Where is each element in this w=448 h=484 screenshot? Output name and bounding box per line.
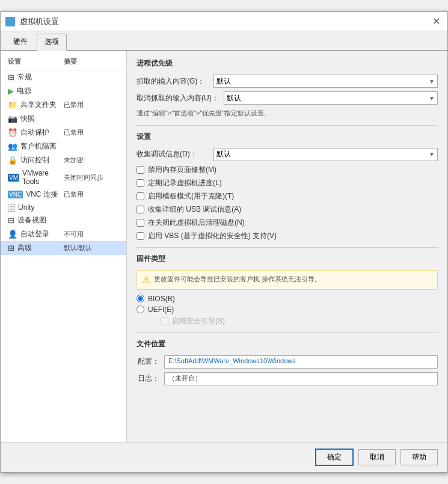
checkbox-clean-disk: 在关闭此虚拟机后清理磁盘(N) [137, 218, 438, 228]
checkbox-template-mode-label: 启用模板模式(用于克隆)(T) [148, 191, 234, 201]
debug-row: 收集调试信息(D)： 默认 ▼ [137, 148, 438, 161]
radio-bios-input[interactable] [137, 295, 144, 302]
list-item-vmware-tools[interactable]: VM VMware Tools 关闭时间同步 [1, 167, 126, 188]
checkbox-collect-usb-input[interactable] [137, 206, 144, 213]
warning-icon: ⚠ [142, 274, 150, 286]
tab-bar: 硬件 选项 [1, 31, 447, 51]
panel-header: 设置 摘要 [1, 56, 126, 70]
list-item-shared-folder[interactable]: 📁 共享文件夹 已禁用 [1, 98, 126, 112]
snapshot-label: 快照 [20, 114, 35, 124]
grab-select[interactable]: 默认 ▼ [213, 75, 438, 88]
list-item-auto-protect[interactable]: ⏰ 自动保护 已禁用 [1, 126, 126, 139]
content-area: 设置 摘要 ⊞ 常规 ▶ 电源 📁 共 [1, 51, 447, 442]
auto-login-icon: 👤 [8, 230, 17, 239]
checkbox-clean-disk-input[interactable] [137, 219, 144, 227]
divider-1 [137, 125, 438, 126]
config-label: 配置： [137, 357, 159, 367]
section-settings-title: 设置 [137, 132, 438, 143]
shared-folder-icon: 📁 [8, 100, 17, 109]
section-firmware-title: 固件类型 [137, 254, 438, 265]
log-input: （未开启） [164, 372, 438, 385]
grab-select-arrow: ▼ [429, 78, 435, 85]
debug-select[interactable]: 默认 ▼ [213, 148, 438, 161]
checkbox-group: 禁用内存页面修整(M) 定期记录虚拟机进度(L) 启用模板模式(用于克隆)(T)… [137, 165, 438, 241]
checkbox-template-mode-input[interactable] [137, 192, 144, 200]
access-control-icon: 🔒 [8, 156, 17, 165]
grab-row: 抓取的输入内容(G)： 默认 ▼ [137, 75, 438, 88]
auto-protect-label: 自动保护 [20, 127, 49, 138]
tab-hardware[interactable]: 硬件 [5, 34, 35, 50]
list-item-power[interactable]: ▶ 电源 [1, 84, 126, 98]
checkbox-template-mode: 启用模板模式(用于克隆)(T) [137, 191, 438, 201]
ok-button[interactable]: 确定 [315, 449, 354, 466]
list-item-normal[interactable]: ⊞ 常规 [1, 70, 126, 84]
bottom-bar: 确定 取消 帮助 [1, 442, 447, 472]
vmware-tools-label: VMware Tools [22, 169, 64, 186]
power-icon: ▶ [8, 87, 14, 96]
list-item-vnc[interactable]: VNC VNC 连接 已禁用 [1, 188, 126, 201]
radio-uefi-label: UEFI(E) [148, 305, 174, 314]
advanced-label: 高级 [17, 243, 32, 253]
unity-icon: □ [8, 204, 15, 212]
file-section: 文件位置 配置： E:\SoftAdd\WMWare_Windows10\Win… [137, 332, 438, 385]
list-item-access-control[interactable]: 🔒 访问控制 未加密 [1, 153, 126, 167]
auto-login-value: 不可用 [64, 230, 120, 239]
auto-protect-value: 已禁用 [64, 128, 120, 137]
help-button[interactable]: 帮助 [400, 449, 438, 465]
normal-label: 常规 [17, 72, 32, 82]
divider-3 [137, 332, 438, 333]
cancel-button[interactable]: 取消 [358, 449, 396, 465]
right-panel: 进程优先级 抓取的输入内容(G)： 默认 ▼ 取消抓取的输入内容(U)： 默认 … [127, 51, 447, 442]
section-process-title: 进程优先级 [137, 58, 438, 70]
release-row: 取消抓取的输入内容(U)： 默认 ▼ [137, 91, 438, 105]
radio-uefi: UEFI(E) [137, 305, 438, 314]
dialog: 虚拟机设置 ✕ 硬件 选项 设置 摘要 ⊞ 常规 ▶ [0, 11, 448, 473]
tab-options[interactable]: 选项 [37, 34, 67, 51]
config-row: 配置： E:\SoftAdd\WMWare_Windows10\Windows [137, 355, 438, 369]
checkbox-vbs-input[interactable] [137, 232, 144, 240]
radio-uefi-input[interactable] [137, 305, 144, 313]
secure-boot-row: 启用安全引导(S) [149, 316, 438, 326]
list-item-auto-login[interactable]: 👤 自动登录 不可用 [1, 227, 126, 241]
power-label: 电源 [17, 86, 31, 96]
secure-boot-label: 启用安全引导(S) [172, 316, 225, 326]
section-file-title: 文件位置 [137, 339, 438, 351]
checkbox-record-progress-label: 定期记录虚拟机进度(L) [148, 178, 222, 188]
vnc-icon: VNC [8, 191, 23, 198]
access-control-label: 访问控制 [20, 155, 49, 165]
title-bar: 虚拟机设置 ✕ [1, 12, 447, 31]
secure-boot-checkbox[interactable] [161, 317, 168, 325]
radio-bios-label: BIOS(B) [148, 295, 175, 303]
warning-text: 更改固件可能会导致已安装的客户机 操作系统无法引导。 [154, 274, 321, 284]
checkbox-vbs: 启用 VBS (基于虚拟化的安全性) 支持(V) [137, 231, 438, 241]
close-button[interactable]: ✕ [430, 16, 443, 27]
shared-folder-value: 已禁用 [64, 100, 120, 109]
list-item-advanced[interactable]: ⊞ 高级 默认/默认 [1, 241, 126, 255]
auto-protect-icon: ⏰ [8, 128, 17, 137]
list-item-snapshot[interactable]: 📷 快照 [1, 112, 126, 126]
release-select-arrow: ▼ [429, 95, 435, 102]
device-view-label: 设备视图 [17, 215, 46, 225]
checkbox-record-progress-input[interactable] [137, 179, 144, 187]
radio-bios: BIOS(B) [137, 295, 438, 303]
col-summary: 摘要 [64, 57, 120, 66]
checkbox-collect-usb-label: 收集详细的 USB 调试信息(A) [148, 204, 241, 215]
release-label: 取消抓取的输入内容(U)： [137, 93, 219, 103]
left-panel: 设置 摘要 ⊞ 常规 ▶ 电源 📁 共 [1, 51, 127, 442]
list-item-unity[interactable]: □ Unity [1, 201, 126, 213]
shared-folder-label: 共享文件夹 [20, 100, 57, 110]
list-item-device-view[interactable]: ⊟ 设备视图 [1, 213, 126, 227]
guest-isolation-label: 客户机隔离 [20, 141, 57, 152]
advanced-value: 默认/默认 [64, 244, 120, 253]
auto-login-label: 自动登录 [20, 229, 49, 239]
device-view-icon: ⊟ [8, 216, 14, 225]
vmware-tools-value: 关闭时间同步 [64, 173, 120, 182]
debug-label: 收集调试信息(D)： [137, 149, 209, 159]
checkbox-record-progress: 定期记录虚拟机进度(L) [137, 178, 438, 188]
checkbox-collect-usb: 收集详细的 USB 调试信息(A) [137, 204, 438, 215]
checkbox-disable-page: 禁用内存页面修整(M) [137, 165, 438, 175]
checkbox-disable-page-input[interactable] [137, 166, 144, 174]
list-item-guest-isolation[interactable]: 👥 客户机隔离 [1, 139, 126, 153]
title-bar-left: 虚拟机设置 [5, 16, 59, 27]
release-select[interactable]: 默认 ▼ [224, 91, 438, 105]
